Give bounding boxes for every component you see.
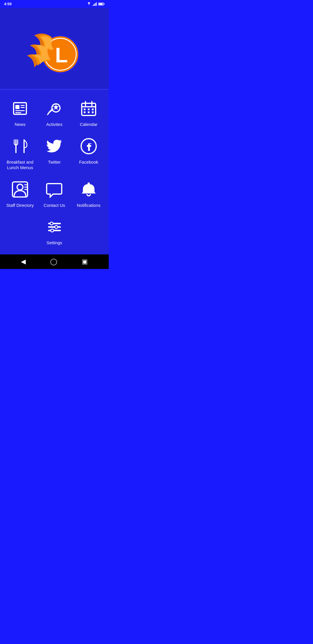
svg-rect-2 — [94, 3, 95, 6]
contact-label: Contact Us — [43, 202, 65, 208]
status-time: 4:59 — [4, 2, 12, 6]
svg-rect-26 — [84, 111, 85, 113]
food-label: Breakfast and Lunch Menus — [6, 159, 34, 171]
home-button[interactable]: ◯ — [50, 258, 57, 265]
svg-rect-4 — [96, 2, 97, 6]
svg-rect-23 — [84, 108, 85, 110]
news-icon — [10, 98, 30, 119]
svg-rect-16 — [15, 112, 21, 113]
signal-icon — [93, 2, 97, 6]
status-bar: 4:59 — [0, 0, 109, 8]
svg-point-44 — [55, 226, 58, 229]
contact-icon — [44, 179, 64, 200]
news-label: News — [14, 122, 26, 127]
status-icons — [87, 2, 105, 6]
grid-item-settings[interactable]: Settings — [39, 214, 70, 249]
svg-rect-27 — [88, 111, 90, 113]
grid-item-contact[interactable]: Contact Us — [38, 176, 70, 211]
grid-item-news[interactable]: News — [4, 95, 36, 130]
activities-icon — [44, 98, 64, 119]
food-icon — [10, 136, 30, 156]
svg-rect-12 — [15, 105, 19, 109]
svg-rect-3 — [95, 3, 96, 6]
notifications-label: Notifications — [77, 202, 101, 208]
bottom-navigation: ◀ ◯ ▣ — [0, 254, 109, 269]
app-logo: L — [23, 17, 86, 80]
settings-label: Settings — [46, 240, 62, 246]
grid-row-2: Breakfast and Lunch Menus Twitter Facebo… — [3, 133, 106, 173]
grid-item-calendar[interactable]: Calendar — [73, 95, 105, 130]
staff-label: Staff Directory — [6, 202, 34, 208]
grid-row-1: News Activites — [3, 95, 106, 130]
calendar-icon — [79, 98, 99, 119]
grid-item-notifications[interactable]: Notifications — [73, 176, 105, 211]
calendar-label: Calendar — [80, 122, 97, 127]
svg-rect-24 — [88, 108, 90, 110]
facebook-label: Facebook — [79, 159, 98, 165]
recents-button[interactable]: ▣ — [82, 258, 88, 265]
activities-label: Activites — [46, 122, 63, 127]
svg-point-36 — [17, 184, 23, 190]
grid-item-twitter[interactable]: Twitter — [38, 133, 70, 173]
grid-item-staff[interactable]: Staff Directory — [4, 176, 36, 211]
main-grid: News Activites — [0, 90, 109, 254]
battery-icon — [98, 2, 105, 6]
back-button[interactable]: ◀ — [21, 258, 26, 265]
svg-rect-0 — [93, 5, 93, 6]
grid-row-3: Staff Directory Contact Us Notifications — [3, 176, 106, 211]
svg-rect-28 — [92, 111, 94, 113]
svg-rect-13 — [21, 105, 25, 106]
grid-item-food[interactable]: Breakfast and Lunch Menus — [4, 133, 36, 173]
bell-icon — [79, 179, 99, 200]
wifi-icon — [87, 2, 91, 6]
svg-rect-6 — [104, 3, 105, 5]
svg-rect-42 — [48, 230, 61, 231]
svg-rect-7 — [99, 3, 103, 5]
grid-item-activities[interactable]: Activites — [38, 95, 70, 130]
twitter-icon — [44, 136, 64, 156]
facebook-icon — [79, 136, 99, 156]
settings-icon — [44, 217, 65, 237]
twitter-label: Twitter — [48, 159, 61, 165]
svg-point-45 — [51, 229, 54, 232]
staff-icon — [10, 179, 30, 200]
svg-point-43 — [50, 222, 53, 225]
svg-rect-1 — [94, 4, 94, 6]
svg-text:L: L — [55, 44, 68, 67]
logo-area: L — [0, 8, 109, 89]
grid-item-facebook[interactable]: Facebook — [73, 133, 105, 173]
grid-row-4: Settings — [3, 214, 106, 249]
svg-rect-14 — [21, 107, 25, 108]
svg-rect-25 — [92, 108, 94, 110]
svg-rect-15 — [15, 110, 25, 111]
